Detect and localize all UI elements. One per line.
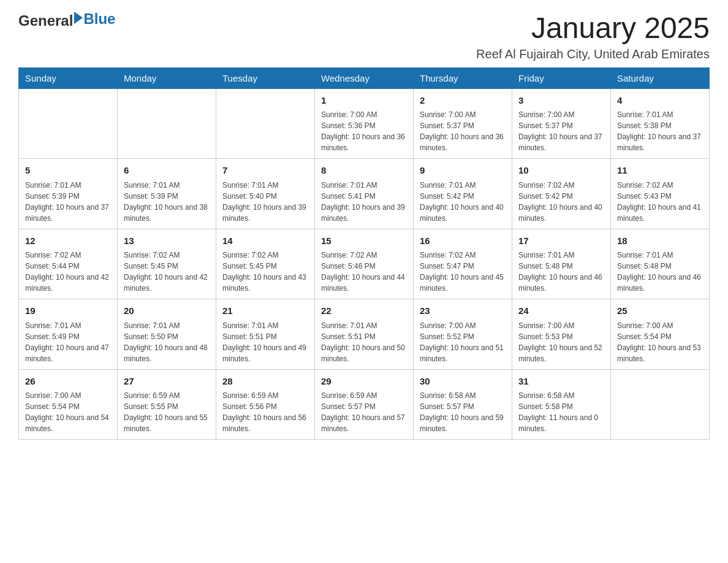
calendar-cell-w3-d1: 12Sunrise: 7:02 AMSunset: 5:44 PMDayligh… [19, 229, 118, 299]
calendar-header-row: Sunday Monday Tuesday Wednesday Thursday… [19, 67, 710, 88]
day-number: 13 [124, 234, 210, 248]
month-year-title: January 2025 [476, 12, 710, 45]
day-number: 27 [124, 375, 210, 389]
header-saturday: Saturday [611, 67, 710, 88]
calendar-cell-w2-d3: 7Sunrise: 7:01 AMSunset: 5:40 PMDaylight… [216, 159, 315, 229]
calendar-cell-w3-d4: 15Sunrise: 7:02 AMSunset: 5:46 PMDayligh… [315, 229, 414, 299]
sunrise-text: Sunrise: 7:01 AM [617, 250, 703, 261]
sunset-text: Sunset: 5:47 PM [420, 261, 506, 272]
day-info: Sunrise: 7:01 AMSunset: 5:49 PMDaylight:… [25, 320, 111, 364]
day-info: Sunrise: 7:01 AMSunset: 5:51 PMDaylight:… [222, 320, 308, 364]
day-info: Sunrise: 7:02 AMSunset: 5:47 PMDaylight:… [420, 250, 506, 294]
sunset-text: Sunset: 5:53 PM [518, 331, 604, 342]
calendar-cell-w4-d3: 21Sunrise: 7:01 AMSunset: 5:51 PMDayligh… [216, 299, 315, 370]
day-info: Sunrise: 7:01 AMSunset: 5:42 PMDaylight:… [420, 180, 506, 224]
day-info: Sunrise: 7:00 AMSunset: 5:36 PMDaylight:… [321, 109, 407, 153]
logo-blue-text: Blue [83, 10, 115, 28]
calendar-week-4: 19Sunrise: 7:01 AMSunset: 5:49 PMDayligh… [19, 299, 710, 370]
daylight-text: Daylight: 11 hours and 0 minutes. [518, 412, 604, 434]
sunrise-text: Sunrise: 7:01 AM [124, 180, 210, 191]
calendar-cell-w1-d4: 1Sunrise: 7:00 AMSunset: 5:36 PMDaylight… [315, 88, 414, 159]
day-info: Sunrise: 7:00 AMSunset: 5:54 PMDaylight:… [25, 390, 111, 434]
calendar-cell-w4-d7: 25Sunrise: 7:00 AMSunset: 5:54 PMDayligh… [611, 299, 710, 370]
day-number: 16 [420, 234, 506, 248]
sunset-text: Sunset: 5:51 PM [321, 331, 407, 342]
daylight-text: Daylight: 10 hours and 51 minutes. [420, 342, 506, 364]
sunset-text: Sunset: 5:41 PM [321, 191, 407, 202]
calendar-cell-w5-d2: 27Sunrise: 6:59 AMSunset: 5:55 PMDayligh… [118, 369, 216, 440]
day-number: 2 [420, 94, 506, 108]
daylight-text: Daylight: 10 hours and 57 minutes. [321, 412, 407, 434]
sunrise-text: Sunrise: 7:00 AM [420, 320, 506, 331]
daylight-text: Daylight: 10 hours and 42 minutes. [124, 272, 210, 294]
daylight-text: Daylight: 10 hours and 49 minutes. [222, 342, 308, 364]
calendar-cell-w3-d6: 17Sunrise: 7:01 AMSunset: 5:48 PMDayligh… [512, 229, 611, 299]
day-number: 8 [321, 164, 407, 178]
day-info: Sunrise: 7:02 AMSunset: 5:45 PMDaylight:… [124, 250, 210, 294]
sunrise-text: Sunrise: 7:01 AM [420, 180, 506, 191]
sunrise-text: Sunrise: 7:00 AM [25, 390, 111, 401]
sunset-text: Sunset: 5:52 PM [420, 331, 506, 342]
sunset-text: Sunset: 5:39 PM [25, 191, 111, 202]
sunrise-text: Sunrise: 7:00 AM [518, 109, 604, 120]
sunset-text: Sunset: 5:37 PM [420, 120, 506, 131]
calendar-cell-w1-d5: 2Sunrise: 7:00 AMSunset: 5:37 PMDaylight… [414, 88, 512, 159]
sunset-text: Sunset: 5:36 PM [321, 120, 407, 131]
calendar-cell-w3-d2: 13Sunrise: 7:02 AMSunset: 5:45 PMDayligh… [118, 229, 216, 299]
sunrise-text: Sunrise: 7:02 AM [518, 180, 604, 191]
sunset-text: Sunset: 5:57 PM [420, 401, 506, 412]
daylight-text: Daylight: 10 hours and 38 minutes. [124, 202, 210, 224]
daylight-text: Daylight: 10 hours and 46 minutes. [518, 272, 604, 294]
calendar-cell-w2-d4: 8Sunrise: 7:01 AMSunset: 5:41 PMDaylight… [315, 159, 414, 229]
daylight-text: Daylight: 10 hours and 40 minutes. [420, 202, 506, 224]
day-number: 29 [321, 375, 407, 389]
calendar-cell-w4-d2: 20Sunrise: 7:01 AMSunset: 5:50 PMDayligh… [118, 299, 216, 370]
day-info: Sunrise: 7:02 AMSunset: 5:44 PMDaylight:… [25, 250, 111, 294]
day-number: 4 [617, 94, 703, 108]
calendar-cell-w1-d1 [19, 88, 118, 159]
day-info: Sunrise: 7:01 AMSunset: 5:40 PMDaylight:… [222, 180, 308, 224]
calendar-cell-w1-d7: 4Sunrise: 7:01 AMSunset: 5:38 PMDaylight… [611, 88, 710, 159]
daylight-text: Daylight: 10 hours and 47 minutes. [25, 342, 111, 364]
calendar-cell-w2-d6: 10Sunrise: 7:02 AMSunset: 5:42 PMDayligh… [512, 159, 611, 229]
day-number: 22 [321, 304, 407, 318]
day-info: Sunrise: 6:59 AMSunset: 5:55 PMDaylight:… [124, 390, 210, 434]
sunrise-text: Sunrise: 7:02 AM [25, 250, 111, 261]
header-wednesday: Wednesday [315, 67, 414, 88]
page-header: General Blue January 2025 Reef Al Fujair… [18, 12, 710, 61]
day-info: Sunrise: 7:02 AMSunset: 5:45 PMDaylight:… [222, 250, 308, 294]
day-info: Sunrise: 7:01 AMSunset: 5:48 PMDaylight:… [617, 250, 703, 294]
sunset-text: Sunset: 5:38 PM [617, 120, 703, 131]
sunrise-text: Sunrise: 7:01 AM [617, 109, 703, 120]
calendar-cell-w1-d6: 3Sunrise: 7:00 AMSunset: 5:37 PMDaylight… [512, 88, 611, 159]
logo-general-text: General [18, 12, 73, 29]
sunset-text: Sunset: 5:57 PM [321, 401, 407, 412]
sunrise-text: Sunrise: 7:01 AM [124, 320, 210, 331]
day-number: 23 [420, 304, 506, 318]
header-monday: Monday [118, 67, 216, 88]
sunset-text: Sunset: 5:39 PM [124, 191, 210, 202]
daylight-text: Daylight: 10 hours and 54 minutes. [25, 412, 111, 434]
day-info: Sunrise: 6:59 AMSunset: 5:57 PMDaylight:… [321, 390, 407, 434]
day-info: Sunrise: 7:01 AMSunset: 5:39 PMDaylight:… [124, 180, 210, 224]
day-number: 18 [617, 234, 703, 248]
sunrise-text: Sunrise: 7:02 AM [321, 250, 407, 261]
daylight-text: Daylight: 10 hours and 43 minutes. [222, 272, 308, 294]
day-info: Sunrise: 7:02 AMSunset: 5:43 PMDaylight:… [617, 180, 703, 224]
calendar-cell-w3-d7: 18Sunrise: 7:01 AMSunset: 5:48 PMDayligh… [611, 229, 710, 299]
sunrise-text: Sunrise: 7:01 AM [222, 180, 308, 191]
day-info: Sunrise: 6:58 AMSunset: 5:57 PMDaylight:… [420, 390, 506, 434]
calendar-cell-w1-d3 [216, 88, 315, 159]
sunrise-text: Sunrise: 6:59 AM [321, 390, 407, 401]
day-number: 26 [25, 375, 111, 389]
daylight-text: Daylight: 10 hours and 42 minutes. [25, 272, 111, 294]
calendar-cell-w3-d3: 14Sunrise: 7:02 AMSunset: 5:45 PMDayligh… [216, 229, 315, 299]
sunset-text: Sunset: 5:51 PM [222, 331, 308, 342]
header-friday: Friday [512, 67, 611, 88]
calendar-cell-w5-d4: 29Sunrise: 6:59 AMSunset: 5:57 PMDayligh… [315, 369, 414, 440]
sunset-text: Sunset: 5:49 PM [25, 331, 111, 342]
day-number: 6 [124, 164, 210, 178]
day-info: Sunrise: 7:00 AMSunset: 5:37 PMDaylight:… [420, 109, 506, 153]
calendar-cell-w3-d5: 16Sunrise: 7:02 AMSunset: 5:47 PMDayligh… [414, 229, 512, 299]
calendar-week-3: 12Sunrise: 7:02 AMSunset: 5:44 PMDayligh… [19, 229, 710, 299]
